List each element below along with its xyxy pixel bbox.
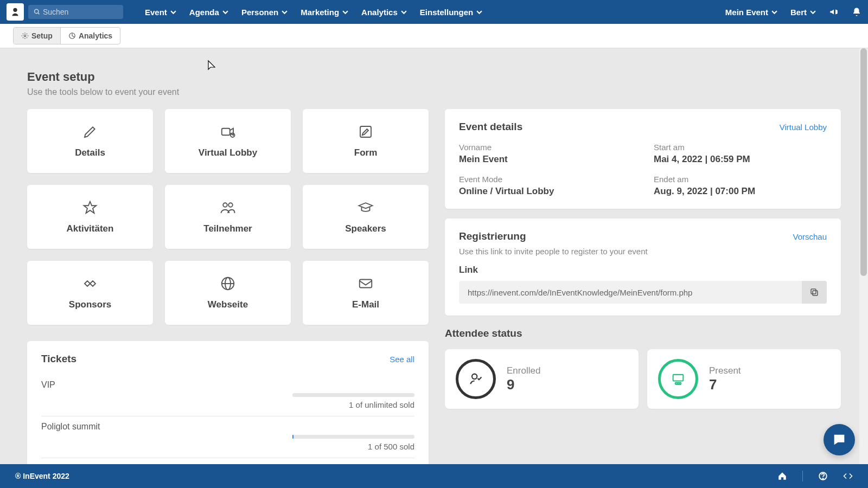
tab-analytics[interactable]: Analytics (60, 28, 120, 44)
code-icon[interactable] (843, 471, 853, 481)
search-icon (34, 8, 40, 16)
event-switcher[interactable]: Mein Event (725, 8, 777, 17)
attendee-status-title: Attendee status (445, 328, 841, 339)
ticket-name: Poliglot summit (41, 422, 414, 432)
tool-grid: Details Virtual Lobby Form Aktivitäten T… (27, 109, 429, 325)
tile-label: E-Mail (352, 299, 379, 310)
chat-button[interactable] (824, 424, 855, 455)
svg-rect-14 (813, 291, 818, 296)
mode-value: Online / Virtual Lobby (459, 186, 632, 197)
vertical-scrollbar[interactable] (859, 48, 868, 464)
enrolled-label: Enrolled (507, 365, 540, 376)
tile-label: Form (354, 147, 378, 158)
tile-speakers[interactable]: Speakers (303, 185, 429, 249)
tile-label: Aktivitäten (67, 223, 114, 234)
nav-einstellungen[interactable]: Einstellungen (420, 8, 482, 17)
mail-icon (358, 275, 374, 292)
event-details-card: Event details Virtual Lobby Vorname Mein… (445, 109, 841, 209)
svg-point-9 (228, 203, 233, 207)
camera-icon (220, 124, 236, 140)
present-count: 7 (709, 376, 741, 393)
chevron-down-icon (282, 9, 288, 15)
sub-tabbar: Setup Analytics (0, 24, 868, 48)
ticket-sold: 1 of unlimited sold (41, 400, 414, 409)
virtual-lobby-link[interactable]: Virtual Lobby (780, 123, 827, 132)
chevron-down-icon (170, 9, 176, 15)
tile-details[interactable]: Details (27, 109, 153, 173)
footer-copy: ® InEvent 2022 (15, 472, 69, 480)
tile-email[interactable]: E-Mail (303, 261, 429, 325)
ticket-item: Poliglot summit 1 of 500 sold (41, 416, 414, 458)
home-icon[interactable] (777, 471, 787, 481)
tile-label: Speakers (345, 223, 386, 234)
svg-point-3 (24, 35, 26, 37)
graduation-icon (358, 200, 374, 216)
chevron-down-icon (810, 9, 816, 15)
tile-teilnehmer[interactable]: Teilnehmer (165, 185, 291, 249)
tile-sponsors[interactable]: Sponsors (27, 261, 153, 325)
tile-aktivitaeten[interactable]: Aktivitäten (27, 185, 153, 249)
start-value: Mai 4, 2022 | 06:59 PM (654, 154, 827, 165)
svg-point-1 (35, 9, 39, 13)
nav-items: Event Agenda Personen Marketing Analytic… (145, 8, 482, 17)
copy-button[interactable] (802, 281, 827, 304)
chevron-down-icon (476, 9, 482, 15)
gear-icon (21, 32, 29, 40)
link-label: Link (459, 265, 827, 275)
tile-label: Virtual Lobby (199, 147, 257, 158)
top-right: Mein Event Bert (725, 7, 861, 17)
ticket-name: VIP (41, 380, 414, 390)
present-label: Present (709, 365, 741, 376)
help-icon[interactable] (818, 471, 828, 481)
svg-rect-5 (222, 129, 230, 136)
tile-label: Teilnehmer (203, 223, 252, 234)
link-box (459, 281, 827, 304)
bell-icon[interactable] (852, 7, 861, 17)
tile-label: Sponsors (69, 299, 111, 310)
present-card: Present 7 (647, 349, 841, 409)
preview-link[interactable]: Vorschau (793, 232, 827, 241)
user-menu[interactable]: Bert (790, 8, 816, 17)
handshake-icon (82, 275, 98, 292)
tile-virtual-lobby[interactable]: Virtual Lobby (165, 109, 291, 173)
search-box[interactable] (28, 5, 123, 19)
registration-title: Registrierung (459, 230, 526, 242)
tickets-card: Tickets See all VIP 1 of unlimited sold … (27, 341, 429, 464)
enrolled-ring (456, 359, 496, 399)
nav-analytics[interactable]: Analytics (361, 8, 407, 17)
content-area: Event setup Use the tools below to event… (0, 48, 868, 464)
event-details-title: Event details (459, 121, 522, 133)
nav-event[interactable]: Event (145, 8, 176, 17)
chevron-down-icon (342, 9, 348, 15)
svg-point-16 (472, 374, 477, 379)
nav-marketing[interactable]: Marketing (301, 8, 348, 17)
tickets-title: Tickets (41, 353, 76, 365)
present-ring (658, 359, 698, 399)
tab-setup[interactable]: Setup (14, 28, 60, 44)
top-nav: Event Agenda Personen Marketing Analytic… (0, 0, 868, 24)
page-subtitle: Use the tools below to event your event (27, 87, 841, 97)
chevron-down-icon (401, 9, 407, 15)
svg-line-2 (38, 13, 40, 15)
tickets-see-all[interactable]: See all (390, 355, 414, 364)
link-input[interactable] (459, 281, 802, 304)
star-icon (82, 200, 98, 216)
vorname-label: Vorname (459, 143, 632, 152)
svg-rect-15 (811, 289, 816, 294)
tile-webseite[interactable]: Webseite (165, 261, 291, 325)
search-input[interactable] (43, 8, 118, 16)
svg-point-22 (822, 478, 823, 479)
svg-point-8 (223, 203, 227, 207)
ticket-item: VIP 1 of unlimited sold (41, 375, 414, 416)
user-check-icon (468, 371, 483, 387)
nav-personen[interactable]: Personen (241, 8, 288, 17)
vorname-value: Mein Event (459, 154, 632, 165)
logo[interactable] (7, 3, 24, 21)
tile-form[interactable]: Form (303, 109, 429, 173)
nav-agenda[interactable]: Agenda (189, 8, 228, 17)
end-value: Aug. 9, 2022 | 07:00 PM (654, 186, 827, 197)
page-title: Event setup (27, 70, 841, 84)
scrollbar-thumb[interactable] (860, 48, 867, 276)
megaphone-icon[interactable] (829, 7, 839, 17)
footer: ® InEvent 2022 (0, 464, 868, 488)
